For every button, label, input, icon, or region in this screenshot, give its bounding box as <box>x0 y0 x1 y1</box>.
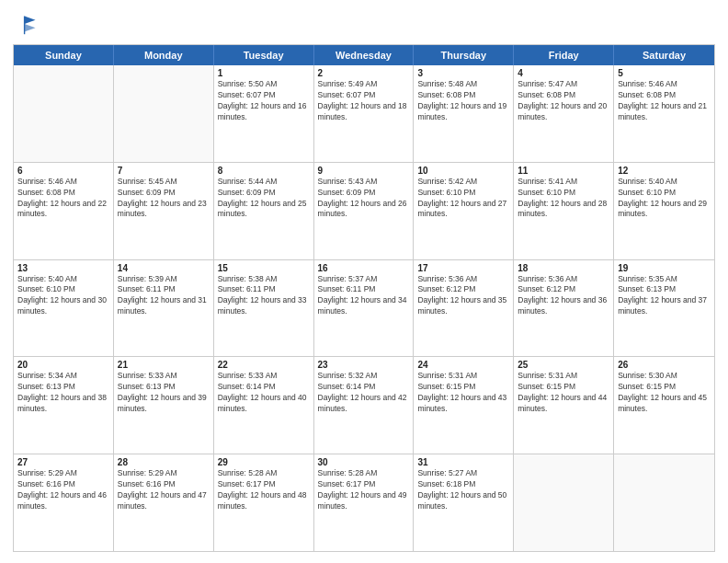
day-number: 30 <box>318 457 410 467</box>
day-of-week-monday: Monday <box>114 45 214 65</box>
header <box>13 11 715 37</box>
day-info: Sunrise: 5:43 AMSunset: 6:09 PMDaylight:… <box>318 177 410 221</box>
day-number: 23 <box>318 360 410 370</box>
day-info: Sunrise: 5:50 AMSunset: 6:07 PMDaylight:… <box>218 79 310 123</box>
calendar-row-4: 20Sunrise: 5:34 AMSunset: 6:13 PMDayligh… <box>14 356 714 454</box>
day-number: 19 <box>618 263 711 273</box>
svg-marker-1 <box>25 24 36 31</box>
day-of-week-wednesday: Wednesday <box>314 45 415 65</box>
day-of-week-tuesday: Tuesday <box>214 45 314 65</box>
day-info: Sunrise: 5:40 AMSunset: 6:10 PMDaylight:… <box>17 274 109 318</box>
calendar-cell: 23Sunrise: 5:32 AMSunset: 6:14 PMDayligh… <box>314 357 415 454</box>
day-info: Sunrise: 5:28 AMSunset: 6:17 PMDaylight:… <box>218 468 310 512</box>
calendar-cell: 24Sunrise: 5:31 AMSunset: 6:15 PMDayligh… <box>414 357 514 454</box>
day-info: Sunrise: 5:30 AMSunset: 6:15 PMDaylight:… <box>618 371 711 415</box>
day-info: Sunrise: 5:32 AMSunset: 6:14 PMDaylight:… <box>318 371 410 415</box>
page: SundayMondayTuesdayWednesdayThursdayFrid… <box>0 0 728 563</box>
day-number: 13 <box>17 263 109 273</box>
calendar-cell: 25Sunrise: 5:31 AMSunset: 6:15 PMDayligh… <box>514 357 614 454</box>
day-number: 9 <box>318 166 410 176</box>
day-info: Sunrise: 5:49 AMSunset: 6:07 PMDaylight:… <box>318 79 410 123</box>
calendar-cell: 14Sunrise: 5:39 AMSunset: 6:11 PMDayligh… <box>114 260 214 357</box>
day-info: Sunrise: 5:38 AMSunset: 6:11 PMDaylight:… <box>218 274 310 318</box>
day-info: Sunrise: 5:33 AMSunset: 6:14 PMDaylight:… <box>218 371 310 415</box>
day-number: 8 <box>218 166 310 176</box>
day-number: 27 <box>17 457 109 467</box>
day-info: Sunrise: 5:36 AMSunset: 6:12 PMDaylight:… <box>518 274 609 318</box>
day-info: Sunrise: 5:36 AMSunset: 6:12 PMDaylight:… <box>417 274 509 318</box>
day-number: 17 <box>417 263 509 273</box>
day-number: 22 <box>218 360 310 370</box>
calendar-cell: 8Sunrise: 5:44 AMSunset: 6:09 PMDaylight… <box>214 163 314 259</box>
calendar-header: SundayMondayTuesdayWednesdayThursdayFrid… <box>14 45 714 65</box>
calendar-cell: 18Sunrise: 5:36 AMSunset: 6:12 PMDayligh… <box>514 260 614 357</box>
calendar-cell: 6Sunrise: 5:46 AMSunset: 6:08 PMDaylight… <box>14 163 114 259</box>
calendar-cell: 17Sunrise: 5:36 AMSunset: 6:12 PMDayligh… <box>414 260 514 357</box>
calendar-cell: 3Sunrise: 5:48 AMSunset: 6:08 PMDaylight… <box>414 65 514 162</box>
day-info: Sunrise: 5:45 AMSunset: 6:09 PMDaylight:… <box>118 177 210 221</box>
day-info: Sunrise: 5:31 AMSunset: 6:15 PMDaylight:… <box>417 371 509 415</box>
day-number: 6 <box>17 166 109 176</box>
calendar-cell: 28Sunrise: 5:29 AMSunset: 6:16 PMDayligh… <box>114 454 214 551</box>
day-info: Sunrise: 5:39 AMSunset: 6:11 PMDaylight:… <box>118 274 210 318</box>
day-info: Sunrise: 5:41 AMSunset: 6:10 PMDaylight:… <box>518 177 609 221</box>
calendar-cell: 2Sunrise: 5:49 AMSunset: 6:07 PMDaylight… <box>314 65 415 162</box>
day-of-week-thursday: Thursday <box>414 45 514 65</box>
calendar-cell: 12Sunrise: 5:40 AMSunset: 6:10 PMDayligh… <box>614 163 714 259</box>
day-info: Sunrise: 5:46 AMSunset: 6:08 PMDaylight:… <box>17 177 109 221</box>
day-number: 7 <box>118 166 210 176</box>
day-of-week-sunday: Sunday <box>14 45 114 65</box>
day-number: 31 <box>417 457 509 467</box>
day-number: 28 <box>118 457 210 467</box>
calendar-cell: 15Sunrise: 5:38 AMSunset: 6:11 PMDayligh… <box>214 260 314 357</box>
svg-marker-0 <box>25 17 36 24</box>
calendar-cell: 31Sunrise: 5:27 AMSunset: 6:18 PMDayligh… <box>414 454 514 551</box>
day-number: 14 <box>118 263 210 273</box>
day-number: 26 <box>618 360 711 370</box>
day-number: 10 <box>417 166 509 176</box>
calendar-cell: 26Sunrise: 5:30 AMSunset: 6:15 PMDayligh… <box>614 357 714 454</box>
day-number: 29 <box>218 457 310 467</box>
calendar-row-1: 1Sunrise: 5:50 AMSunset: 6:07 PMDaylight… <box>14 65 714 162</box>
calendar-cell: 29Sunrise: 5:28 AMSunset: 6:17 PMDayligh… <box>214 454 314 551</box>
calendar-cell: 22Sunrise: 5:33 AMSunset: 6:14 PMDayligh… <box>214 357 314 454</box>
day-number: 5 <box>618 68 711 78</box>
calendar-cell <box>614 454 714 551</box>
day-number: 2 <box>318 68 410 78</box>
calendar-cell: 1Sunrise: 5:50 AMSunset: 6:07 PMDaylight… <box>214 65 314 162</box>
calendar-cell: 13Sunrise: 5:40 AMSunset: 6:10 PMDayligh… <box>14 260 114 357</box>
day-number: 20 <box>17 360 109 370</box>
day-number: 4 <box>518 68 609 78</box>
day-info: Sunrise: 5:47 AMSunset: 6:08 PMDaylight:… <box>518 79 609 123</box>
day-info: Sunrise: 5:33 AMSunset: 6:13 PMDaylight:… <box>118 371 210 415</box>
day-info: Sunrise: 5:37 AMSunset: 6:11 PMDaylight:… <box>318 274 410 318</box>
calendar-cell: 30Sunrise: 5:28 AMSunset: 6:17 PMDayligh… <box>314 454 415 551</box>
day-info: Sunrise: 5:42 AMSunset: 6:10 PMDaylight:… <box>417 177 509 221</box>
day-info: Sunrise: 5:46 AMSunset: 6:08 PMDaylight:… <box>618 79 711 123</box>
day-info: Sunrise: 5:31 AMSunset: 6:15 PMDaylight:… <box>518 371 609 415</box>
calendar-cell: 11Sunrise: 5:41 AMSunset: 6:10 PMDayligh… <box>514 163 614 259</box>
day-info: Sunrise: 5:29 AMSunset: 6:16 PMDaylight:… <box>118 468 210 512</box>
calendar-cell <box>114 65 214 162</box>
calendar-row-2: 6Sunrise: 5:46 AMSunset: 6:08 PMDaylight… <box>14 162 714 259</box>
calendar-cell: 16Sunrise: 5:37 AMSunset: 6:11 PMDayligh… <box>314 260 415 357</box>
day-info: Sunrise: 5:48 AMSunset: 6:08 PMDaylight:… <box>417 79 509 123</box>
calendar-row-3: 13Sunrise: 5:40 AMSunset: 6:10 PMDayligh… <box>14 259 714 357</box>
day-info: Sunrise: 5:27 AMSunset: 6:18 PMDaylight:… <box>417 468 509 512</box>
day-number: 15 <box>218 263 310 273</box>
calendar-cell: 10Sunrise: 5:42 AMSunset: 6:10 PMDayligh… <box>414 163 514 259</box>
calendar-cell: 19Sunrise: 5:35 AMSunset: 6:13 PMDayligh… <box>614 260 714 357</box>
day-number: 3 <box>417 68 509 78</box>
calendar-row-5: 27Sunrise: 5:29 AMSunset: 6:16 PMDayligh… <box>14 454 714 551</box>
day-number: 24 <box>417 360 509 370</box>
day-number: 11 <box>518 166 609 176</box>
day-of-week-friday: Friday <box>514 45 614 65</box>
calendar-cell: 9Sunrise: 5:43 AMSunset: 6:09 PMDaylight… <box>314 163 415 259</box>
logo <box>13 11 40 37</box>
day-info: Sunrise: 5:35 AMSunset: 6:13 PMDaylight:… <box>618 274 711 318</box>
calendar-cell <box>14 65 114 162</box>
day-number: 25 <box>518 360 609 370</box>
day-info: Sunrise: 5:44 AMSunset: 6:09 PMDaylight:… <box>218 177 310 221</box>
calendar-cell: 20Sunrise: 5:34 AMSunset: 6:13 PMDayligh… <box>14 357 114 454</box>
calendar: SundayMondayTuesdayWednesdayThursdayFrid… <box>13 44 715 552</box>
